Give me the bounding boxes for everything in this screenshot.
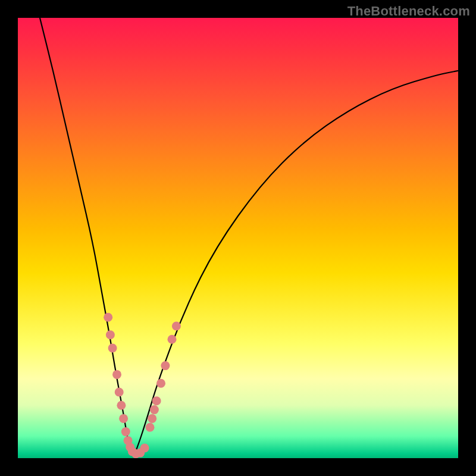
data-marker <box>106 330 115 339</box>
data-marker <box>172 322 181 331</box>
data-marker <box>156 379 165 388</box>
data-marker <box>168 335 177 344</box>
watermark-text: TheBottleneck.com <box>347 4 470 19</box>
data-marker <box>148 414 156 423</box>
data-marker <box>146 423 155 432</box>
data-marker <box>104 313 112 322</box>
data-marker <box>112 370 121 379</box>
data-marker <box>115 388 124 397</box>
chart-frame: TheBottleneck.com <box>0 0 476 476</box>
data-marker <box>108 344 117 353</box>
data-markers <box>104 313 181 458</box>
chart-overlay <box>18 18 458 458</box>
bottleneck-curve <box>40 18 458 455</box>
data-marker <box>152 396 161 405</box>
data-marker <box>117 401 126 410</box>
data-marker <box>150 405 159 414</box>
data-marker <box>140 444 149 453</box>
data-marker <box>121 427 130 436</box>
data-marker <box>119 414 128 423</box>
data-marker <box>161 361 170 370</box>
